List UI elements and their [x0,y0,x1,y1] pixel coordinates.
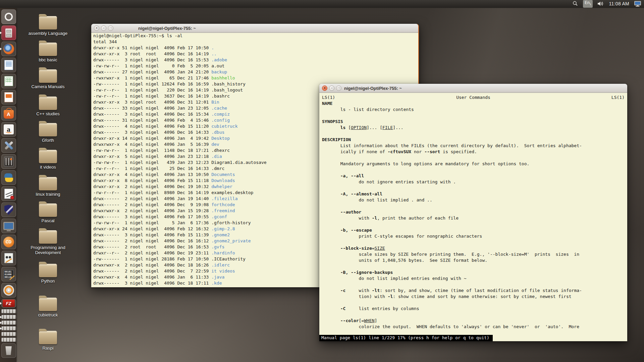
launcher-firefox[interactable] [1,42,16,56]
trash-glyph [5,346,12,355]
man-line: do not list implied entries ending with … [319,276,627,282]
keyboard-layout-indicator[interactable]: En1 [583,0,593,7]
launcher-screenshot-tool[interactable] [1,186,16,201]
running-indicator-arrow [0,316,2,318]
terminal-window-man[interactable]: × – □ nigel@nigel-OptiPlex-755: ~ LS(1) … [319,84,627,341]
desktop-folder-bbc-basic[interactable]: bbc basic [28,43,68,62]
launcher-stacked-icon-5[interactable] [1,332,16,336]
amazon-glyph: a [4,124,14,134]
stacked-icon-4-icon [1,326,16,330]
desktop-folder-gforth[interactable]: Gforth [28,123,68,143]
launcher-libreoffice-writer[interactable] [1,58,16,72]
firefox-glyph [3,44,14,54]
launcher-trash[interactable] [1,343,16,358]
libreoffice-impress-icon [1,90,16,105]
folder-label: Raspi [42,346,53,351]
launcher-stacked-icon-6[interactable] [1,338,16,342]
launcher-note-search[interactable] [1,251,16,265]
launcher-stacked-icon-4[interactable] [1,326,16,330]
desktop-folder-linux-training[interactable]: linux training [28,177,68,197]
cd-tool-icon: CD [1,235,16,249]
folder-label: C++ studies [36,111,59,116]
running-indicator-arrow [0,302,2,305]
launcher-filezilla[interactable]: FZ [1,299,16,308]
maximize-button[interactable]: □ [108,25,113,31]
launcher-disc-burner[interactable] [1,283,16,298]
launcher-hex-editor[interactable]: 00101 01000 00110 [1,267,16,282]
launcher-amazon[interactable]: a [1,122,16,137]
file-name: .adobe [211,57,227,62]
folder-icon [39,123,57,136]
man-line [319,203,627,209]
launcher-ubuntu-dash[interactable] [1,9,16,24]
stacked-icon-2-icon [1,315,16,319]
file-name: .bash_history [211,81,246,86]
file-name: it videos [211,268,235,274]
desktop-folder-python[interactable]: Python [28,264,68,284]
launcher-displays[interactable] [1,219,16,233]
close-button[interactable]: × [322,85,327,91]
desktop-folder-it-videos[interactable]: it videos [28,150,68,170]
launcher-stacked-icon-3[interactable] [1,320,16,325]
stacked-icon-6-icon [1,338,16,342]
file-name: a.out [211,63,224,68]
hex-editor-glyph: 00101 01000 00110 [4,270,14,279]
terminal-ls-titlebar[interactable]: × – □ nigel@nigel-OptiPlex-755: ~ [91,24,418,33]
desktop-folder-raspi[interactable]: Raspi [28,331,68,351]
file-name: .filezilla [211,196,237,201]
file-name: .. [211,51,217,56]
close-button[interactable]: × [94,25,99,31]
system-settings-icon [1,138,16,153]
file-name: Documents [211,172,235,177]
launcher-python[interactable] [1,170,16,185]
man-line: do not list implied . and .. [319,197,627,203]
folder-label: cubietruck [38,312,58,317]
maximize-button[interactable]: □ [336,85,341,91]
file-manager-glyph [5,28,12,38]
search-icon[interactable] [572,1,578,7]
file-name: bashhello [211,75,235,80]
system-tray: En1 11:08 AM [572,0,644,7]
volume-icon[interactable] [597,1,604,6]
man-line [319,312,627,318]
displays-glyph [3,222,14,230]
file-name: Desktop [211,136,230,141]
launcher-system-settings[interactable] [1,138,16,153]
launcher-libreoffice-calc[interactable] [1,74,16,88]
launcher-stacked-icon-1[interactable] [1,309,16,313]
desktop-folder-camera-manuals[interactable]: Camera Manuals [28,69,68,89]
file-name: .dbus [211,130,224,135]
file-name: forthcode [211,202,235,207]
launcher-sound-settings[interactable] [1,154,16,169]
minimize-button[interactable]: – [329,85,334,91]
desktop-folder-pascal[interactable]: Pascal [28,203,68,223]
terminal-man-titlebar[interactable]: × – □ nigel@nigel-OptiPlex-755: ~ [319,84,627,93]
file-name: .bashrc [211,94,230,99]
session-monitor-icon[interactable] [634,1,641,7]
folder-label: Programming and Development [28,245,68,255]
desktop-folder-cubietruck[interactable]: cubietruck [28,298,68,317]
launcher-security-shield[interactable] [1,202,16,217]
man-line [319,155,627,161]
desktop-folder-programming-and-development[interactable]: Programming and Development [28,230,68,255]
man-line: do not ignore entries starting with . [319,179,627,185]
man-page-content[interactable]: LS(1) User Commands LS(1) NAME ls - list… [319,93,627,341]
file-name: .gnome2_private [211,238,251,243]
launcher-software-center[interactable]: A [1,106,16,121]
folder-icon [39,298,57,311]
folder-icon [39,16,57,29]
launcher-file-manager[interactable] [1,25,16,40]
launcher-cd-tool[interactable]: CD [1,235,16,249]
software-center-icon: A [1,106,16,121]
launcher-stacked-icon-2[interactable] [1,315,16,319]
running-indicator-arrow [0,32,2,34]
minimize-button[interactable]: – [101,25,106,31]
launcher-libreoffice-impress[interactable] [1,90,16,105]
clock[interactable]: 11:08 AM [609,1,629,6]
man-line [319,167,627,173]
file-name: .freemind [211,208,235,213]
desktop-folder-assembly-language[interactable]: assembly Language [28,16,68,36]
file-name: .gvfs [211,244,224,249]
man-line: List information about the FILEs (the cu… [319,143,627,149]
desktop-folder-c-studies[interactable]: C++ studies [28,97,68,116]
